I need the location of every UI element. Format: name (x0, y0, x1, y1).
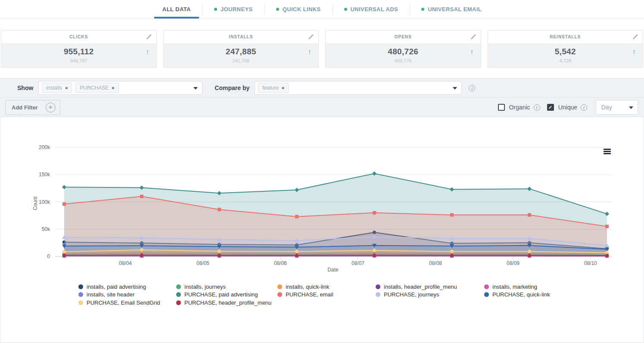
remove-tag-icon[interactable]: × (65, 86, 68, 90)
info-icon[interactable]: i (469, 85, 475, 91)
svg-text:08/09: 08/09 (507, 260, 520, 266)
tab-all-data[interactable]: ALL DATA (151, 0, 202, 18)
trend-up-icon: ↑ (470, 48, 474, 56)
chart-plot: 050k100k150k200k08/0408/0508/0608/0708/0… (0, 117, 644, 278)
edit-icon[interactable] (307, 34, 314, 41)
show-tag-purchase: PURCHASE × (75, 83, 118, 93)
organic-checkbox[interactable] (498, 104, 505, 111)
status-dot-icon (214, 8, 217, 11)
filter-panel: Show installs × PURCHASE × Compare by fe… (0, 78, 644, 117)
legend-item[interactable]: PURCHASE, journeys (376, 291, 484, 299)
legend-label: installs, marketing (492, 284, 537, 290)
legend-column: installs, paid advertisinginstalls, site… (78, 283, 176, 307)
legend-dot-icon (176, 300, 181, 305)
compare-by-label: Compare by (215, 84, 249, 91)
legend-item[interactable]: PURCHASE, paid advertising (176, 291, 277, 299)
legend-column: installs, header_profile_menuPURCHASE, j… (376, 283, 484, 307)
edit-icon[interactable] (145, 34, 152, 41)
show-select[interactable]: installs × PURCHASE × (38, 81, 202, 95)
status-dot-icon (276, 8, 279, 11)
legend-label: installs, header_profile_menu (384, 284, 457, 290)
svg-text:08/07: 08/07 (352, 260, 364, 266)
tab-label: UNIVERSAL ADS (351, 6, 398, 12)
tab-label: JOURNEYS (221, 6, 253, 12)
plus-circle-icon: + (46, 103, 56, 112)
legend-item[interactable]: PURCHASE, Email SendGrid (78, 299, 176, 307)
trend-up-icon: ↑ (632, 48, 636, 56)
kpi-previous-value: 241,708 (164, 58, 319, 63)
legend-item[interactable]: installs, journeys (176, 283, 277, 291)
svg-text:200k: 200k (39, 144, 50, 150)
svg-text:08/10: 08/10 (584, 260, 597, 266)
kpi-previous-value: 949,797 (1, 58, 156, 63)
legend-item[interactable]: PURCHASE, email (277, 291, 376, 299)
legend-dot-icon (484, 292, 489, 297)
legend-label: installs, paid advertising (87, 284, 146, 290)
legend-item[interactable]: installs, header_profile_menu (376, 283, 484, 291)
legend-dot-icon (176, 284, 181, 289)
svg-text:08/05: 08/05 (196, 260, 209, 266)
kpi-label: INSTALLS (164, 34, 319, 39)
legend-item[interactable]: PURCHASE, quick-link (484, 291, 575, 299)
chart-menu-icon[interactable] (604, 149, 611, 155)
svg-text:150k: 150k (39, 172, 50, 178)
legend-item[interactable]: installs, paid advertising (78, 283, 176, 291)
tab-journeys[interactable]: JOURNEYS (202, 0, 264, 18)
chevron-down-icon (629, 106, 633, 109)
kpi-card-reinstalls: REINSTALLS 5,542 ↑ 4,728 (488, 30, 644, 68)
status-dot-icon (421, 8, 424, 11)
kpi-previous-value: 4,728 (488, 58, 643, 63)
tab-universal-ads[interactable]: UNIVERSAL ADS (333, 0, 410, 18)
legend-label: installs, journeys (184, 284, 226, 290)
legend-label: PURCHASE, journeys (384, 291, 439, 298)
legend-column: installs, quick-linkPURCHASE, email (277, 283, 376, 307)
info-icon[interactable]: i (581, 104, 587, 111)
edit-icon[interactable] (470, 34, 476, 41)
legend-column: installs, journeysPURCHASE, paid adverti… (176, 283, 277, 307)
legend-label: PURCHASE, header_profile_menu (184, 299, 271, 306)
info-icon[interactable]: i (534, 104, 540, 111)
svg-text:50k: 50k (42, 226, 50, 232)
legend-label: PURCHASE, email (286, 291, 333, 298)
unique-checkbox[interactable]: ✓ (547, 104, 554, 111)
trend-up-icon: ↑ (146, 48, 149, 56)
show-label: Show (17, 84, 33, 91)
show-tag-installs: installs × (42, 83, 72, 93)
remove-tag-icon[interactable]: × (282, 86, 284, 90)
legend-dot-icon (484, 284, 489, 289)
legend-item[interactable]: installs, marketing (484, 283, 575, 291)
interval-select[interactable]: Day (596, 100, 638, 115)
top-tab-bar: ALL DATA JOURNEYS QUICK LINKS UNIVERSAL … (0, 0, 644, 19)
trend-up-icon: ↑ (308, 48, 312, 56)
svg-text:Date: Date (327, 267, 339, 273)
organic-label: Organic (509, 104, 530, 111)
chart-panel: 050k100k150k200k08/0408/0508/0608/0708/0… (0, 117, 644, 343)
legend-dot-icon (78, 284, 83, 289)
add-filter-button[interactable]: Add Filter + (5, 100, 60, 115)
kpi-card-installs: INSTALLS 247,885 ↑ 241,708 (163, 30, 319, 68)
unique-label: Unique (558, 104, 577, 111)
legend-item[interactable]: installs, site header (78, 291, 176, 299)
remove-tag-icon[interactable]: × (112, 86, 114, 90)
kpi-card-opens: OPENS 480,726 ↑ 459,776 (325, 30, 481, 68)
compare-tag-feature: feature × (258, 83, 289, 93)
kpi-label: CLICKS (1, 34, 156, 39)
legend-dot-icon (78, 292, 83, 297)
tab-quick-links[interactable]: QUICK LINKS (264, 0, 333, 18)
kpi-label: REINSTALLS (488, 34, 643, 39)
svg-text:08/08: 08/08 (429, 260, 442, 266)
legend-dot-icon (376, 284, 380, 289)
edit-icon[interactable] (632, 34, 638, 41)
tab-label: QUICK LINKS (283, 6, 321, 12)
svg-text:08/04: 08/04 (119, 260, 132, 266)
kpi-value: 247,885 (164, 47, 319, 56)
chevron-down-icon (453, 87, 457, 90)
legend-item[interactable]: PURCHASE, header_profile_menu (176, 299, 277, 307)
legend-label: installs, quick-link (286, 284, 329, 290)
legend-dot-icon (176, 292, 181, 297)
svg-text:08/06: 08/06 (274, 260, 287, 266)
tab-universal-email[interactable]: UNIVERSAL EMAIL (410, 0, 493, 18)
legend-item[interactable]: installs, quick-link (277, 283, 376, 291)
chart-legend: installs, paid advertisinginstalls, site… (78, 283, 644, 307)
compare-by-select[interactable]: feature × (255, 81, 462, 95)
